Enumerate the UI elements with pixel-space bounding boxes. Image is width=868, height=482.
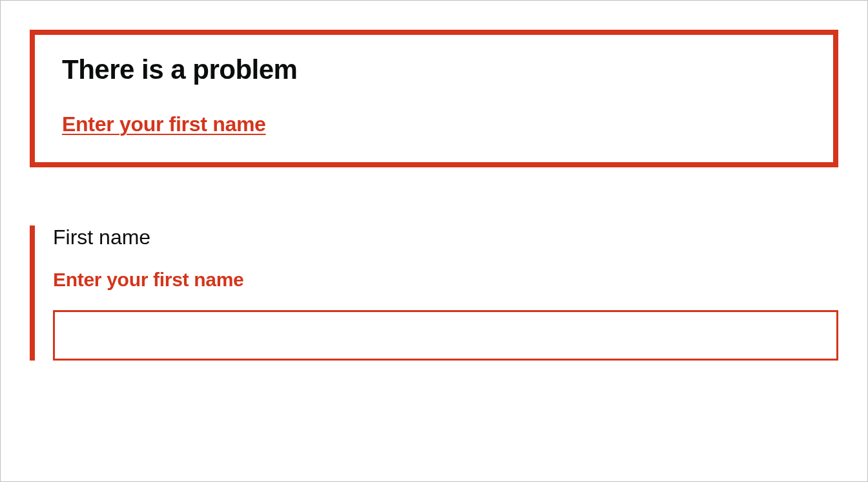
error-summary-link-first-name[interactable]: Enter your first name [62,112,266,136]
error-summary-title: There is a problem [62,54,806,85]
error-summary: There is a problem Enter your first name [30,30,838,167]
first-name-label: First name [53,225,838,249]
first-name-error: Enter your first name [53,269,838,291]
first-name-input[interactable] [53,310,838,361]
form-group-first-name: First name Enter your first name [30,225,838,361]
